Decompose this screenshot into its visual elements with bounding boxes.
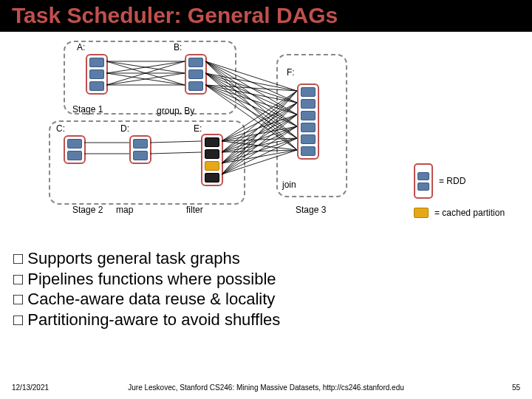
footer-attribution: Jure Leskovec, Stanford CS246: Mining Ma… bbox=[0, 383, 532, 392]
stage-1-label: Stage 1 bbox=[72, 104, 103, 115]
rdd-f bbox=[297, 83, 319, 160]
rdd-b-label: B: bbox=[174, 42, 182, 52]
legend-rdd-text: = RDD bbox=[439, 176, 466, 186]
rdd-c-label: C: bbox=[56, 123, 65, 134]
footer-page-number: 55 bbox=[512, 383, 520, 392]
stage-3-label: Stage 3 bbox=[296, 205, 326, 215]
legend-rdd: = RDD bbox=[414, 163, 466, 199]
rdd-e bbox=[201, 134, 223, 186]
dag-diagram: A: B: Stage 1 group. By C: D: E: Stage 2… bbox=[0, 32, 532, 239]
filter-label: filter bbox=[186, 205, 203, 215]
groupby-label: group. By bbox=[157, 106, 194, 116]
bullet-2: Pipelines functions where possible bbox=[13, 269, 280, 290]
join-label: join bbox=[282, 180, 296, 190]
rdd-c bbox=[64, 135, 86, 164]
rdd-a-label: A: bbox=[77, 42, 85, 52]
bullet-3: Cache-aware data reuse & locality bbox=[13, 289, 280, 310]
page-title: Task Scheduler: General DAGs bbox=[0, 0, 532, 32]
stage-2-label: Stage 2 bbox=[72, 205, 103, 215]
rdd-d bbox=[129, 135, 151, 164]
bullet-4: Partitioning-aware to avoid shuffles bbox=[13, 310, 280, 330]
map-label: map bbox=[116, 205, 133, 215]
rdd-f-label: F: bbox=[287, 67, 295, 78]
rdd-a bbox=[86, 54, 108, 95]
legend-cached: = cached partition bbox=[414, 208, 505, 218]
bullet-1: Supports general task graphs bbox=[13, 248, 280, 269]
rdd-e-label: E: bbox=[194, 123, 202, 134]
rdd-d-label: D: bbox=[120, 123, 129, 134]
legend-cached-text: = cached partition bbox=[434, 208, 505, 218]
bullet-list: Supports general task graphs Pipelines f… bbox=[13, 248, 280, 330]
rdd-b bbox=[185, 54, 207, 95]
